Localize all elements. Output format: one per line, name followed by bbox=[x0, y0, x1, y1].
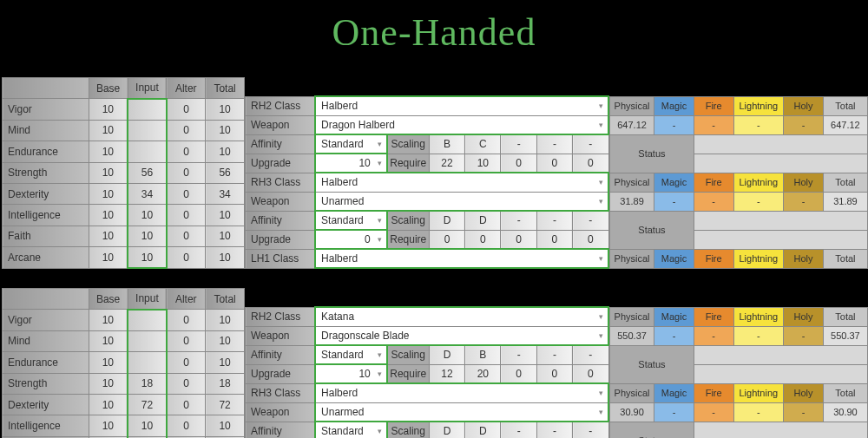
slot-weapon-label: Weapon bbox=[246, 115, 316, 134]
slot-weapon-label: Weapon bbox=[246, 192, 316, 211]
dmg-magic-hdr: Magic bbox=[654, 249, 694, 268]
damage-table: Physical Magic Fire Lightning Holy Total… bbox=[609, 288, 868, 438]
require-value: 0 bbox=[573, 154, 608, 173]
class-dropdown[interactable]: Halberd bbox=[315, 249, 608, 268]
affinity-dropdown[interactable]: Standard bbox=[315, 345, 387, 364]
stat-input[interactable]: 10 bbox=[128, 247, 167, 269]
class-dropdown[interactable]: Halberd bbox=[315, 173, 608, 192]
dmg-total-hdr: Total bbox=[823, 173, 867, 192]
slot-affinity-label: Affinity bbox=[246, 345, 316, 364]
upgrade-dropdown[interactable]: 10 bbox=[315, 364, 387, 383]
page-title: One-Handed bbox=[0, 0, 868, 77]
dmg-magic-hdr: Magic bbox=[654, 307, 694, 326]
stat-base: 10 bbox=[89, 183, 128, 204]
status-value-1 bbox=[694, 345, 867, 364]
stats-table: Base Input Alter Total Vigor 10 0 10 Min… bbox=[2, 288, 245, 438]
stat-base: 10 bbox=[89, 310, 128, 330]
scaling-value: - bbox=[573, 134, 608, 154]
affinity-dropdown[interactable]: Standard bbox=[315, 422, 387, 438]
stat-base: 10 bbox=[89, 330, 128, 351]
stat-total: 34 bbox=[206, 183, 245, 204]
require-value: 0 bbox=[501, 364, 536, 383]
stat-input[interactable] bbox=[128, 310, 167, 330]
stat-base: 10 bbox=[89, 162, 128, 183]
stats-table: Base Input Alter Total Vigor 10 0 10 Min… bbox=[2, 77, 245, 269]
status-label: Status bbox=[610, 134, 694, 173]
dmg-light-hdr: Lightning bbox=[733, 96, 784, 115]
scaling-value: C bbox=[465, 134, 501, 154]
dmg-magic: - bbox=[654, 326, 694, 345]
stat-input[interactable]: 10 bbox=[128, 226, 167, 246]
dmg-fire: - bbox=[694, 402, 733, 422]
stat-alter: 0 bbox=[167, 99, 206, 120]
stat-input[interactable] bbox=[128, 99, 167, 120]
slot-class-label: LH1 Class bbox=[246, 249, 316, 268]
scaling-value: - bbox=[501, 345, 536, 364]
status-value-2 bbox=[694, 230, 867, 249]
scaling-value: - bbox=[573, 422, 608, 438]
stat-base: 10 bbox=[89, 141, 128, 162]
stat-input[interactable]: 18 bbox=[128, 373, 167, 394]
status-value-1 bbox=[694, 211, 867, 230]
status-label: Status bbox=[610, 345, 694, 383]
stat-input[interactable]: 56 bbox=[128, 162, 167, 183]
stat-total: 10 bbox=[206, 247, 245, 269]
require-value: 0 bbox=[536, 364, 572, 383]
affinity-dropdown[interactable]: Standard bbox=[315, 211, 387, 230]
affinity-dropdown[interactable]: Standard bbox=[315, 134, 387, 154]
dmg-total: 30.90 bbox=[823, 402, 867, 422]
stat-label: Endurance bbox=[3, 141, 89, 162]
stat-base: 10 bbox=[89, 247, 128, 269]
slot-class-label: RH3 Class bbox=[246, 383, 316, 402]
class-dropdown[interactable]: Halberd bbox=[315, 96, 608, 115]
slot-class-label: RH2 Class bbox=[246, 307, 316, 326]
stat-input[interactable]: 72 bbox=[128, 394, 167, 415]
dmg-holy: - bbox=[784, 115, 824, 134]
scaling-label: Scaling bbox=[387, 345, 430, 364]
scaling-value: - bbox=[536, 134, 572, 154]
weapon-dropdown[interactable]: Dragon Halberd bbox=[315, 115, 608, 134]
upgrade-dropdown[interactable]: 0 bbox=[315, 230, 387, 249]
dmg-phys: 30.90 bbox=[610, 402, 654, 422]
weapon-dropdown[interactable]: Unarmed bbox=[315, 192, 608, 211]
dmg-magic-hdr: Magic bbox=[654, 383, 694, 402]
scaling-value: - bbox=[501, 422, 536, 438]
stat-label: Arcane bbox=[3, 247, 89, 269]
require-value: 0 bbox=[429, 230, 464, 249]
dmg-phys-hdr: Physical bbox=[610, 307, 654, 326]
scaling-value: - bbox=[573, 345, 608, 364]
class-dropdown[interactable]: Halberd bbox=[315, 383, 608, 402]
class-dropdown[interactable]: Katana bbox=[315, 307, 608, 326]
stat-label: Mind bbox=[3, 120, 89, 141]
dmg-fire: - bbox=[694, 326, 733, 345]
dmg-light: - bbox=[733, 326, 784, 345]
dmg-magic: - bbox=[654, 402, 694, 422]
status-label: Status bbox=[610, 211, 694, 249]
weapon-dropdown[interactable]: Unarmed bbox=[315, 402, 608, 422]
stat-input[interactable]: 34 bbox=[128, 183, 167, 204]
stat-base: 10 bbox=[89, 205, 128, 226]
stat-label: Mind bbox=[3, 330, 89, 351]
status-value-2 bbox=[694, 364, 867, 383]
stat-label: Dexterity bbox=[3, 183, 89, 204]
stat-input[interactable]: 10 bbox=[128, 415, 167, 436]
stat-input[interactable] bbox=[128, 120, 167, 141]
dmg-phys: 31.89 bbox=[610, 192, 654, 211]
dmg-fire-hdr: Fire bbox=[694, 307, 733, 326]
dmg-phys-hdr: Physical bbox=[610, 96, 654, 115]
require-value: 22 bbox=[429, 154, 464, 173]
slot-weapon-label: Weapon bbox=[246, 402, 316, 422]
upgrade-dropdown[interactable]: 10 bbox=[315, 154, 387, 173]
stat-input[interactable] bbox=[128, 352, 167, 373]
slot-class-label: RH3 Class bbox=[246, 173, 316, 192]
dmg-fire: - bbox=[694, 115, 733, 134]
stat-input[interactable] bbox=[128, 141, 167, 162]
stat-base: 10 bbox=[89, 99, 128, 120]
stat-total: 72 bbox=[206, 394, 245, 415]
stat-input[interactable]: 10 bbox=[128, 205, 167, 226]
stat-input[interactable] bbox=[128, 330, 167, 351]
require-value: 20 bbox=[465, 364, 501, 383]
status-value-2 bbox=[694, 154, 867, 173]
scaling-value: D bbox=[465, 211, 501, 230]
weapon-dropdown[interactable]: Dragonscale Blade bbox=[315, 326, 608, 345]
